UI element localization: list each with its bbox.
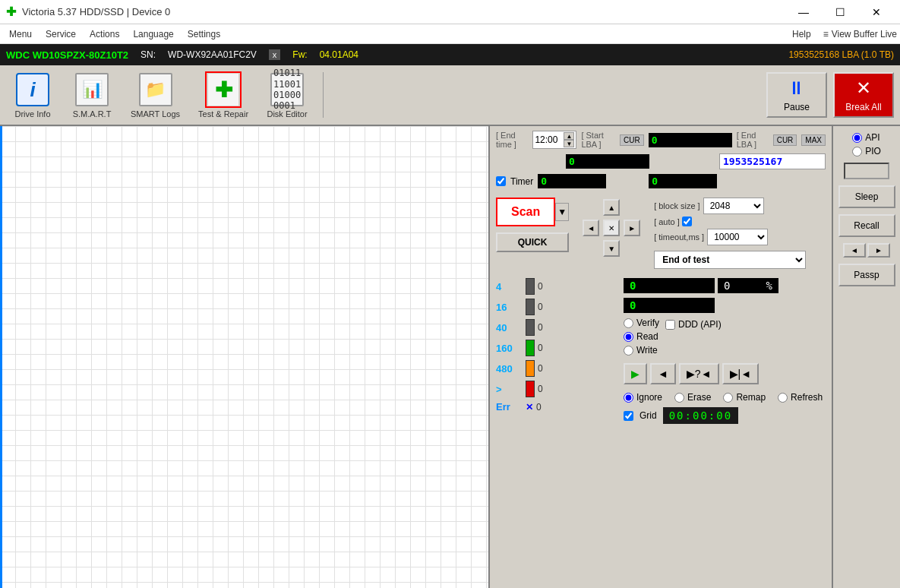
end-time-bracket-open: [ End time ]	[496, 131, 528, 149]
grid-checkbox[interactable]	[624, 411, 633, 421]
scan-button-row: Scan ▼	[496, 198, 569, 226]
nav-center-button[interactable]: ✕	[603, 220, 620, 236]
erase-radio-item: Erase	[674, 392, 711, 403]
menu-settings[interactable]: Settings	[182, 27, 226, 41]
drive-close-button[interactable]: x	[269, 49, 281, 60]
maximize-button[interactable]: ☐	[823, 0, 857, 24]
close-button[interactable]: ✕	[859, 0, 894, 24]
view-buffer-button[interactable]: ≡ View Buffer Live	[823, 29, 897, 40]
stat-4-label: 4	[496, 281, 523, 292]
quick-button[interactable]: QUICK	[496, 232, 569, 252]
start-lba-value[interactable]	[566, 154, 649, 169]
end-time-input[interactable]: ▲ ▼	[532, 131, 576, 149]
disk-editor-button[interactable]: 0101111001010000001 Disk Editor	[261, 68, 314, 122]
minimize-button[interactable]: —	[786, 0, 821, 24]
passp-button[interactable]: Passp	[838, 264, 895, 286]
time-down-arrow[interactable]: ▼	[564, 140, 574, 147]
timer-label: Timer	[510, 176, 533, 187]
read-radio[interactable]	[624, 332, 633, 342]
progress-value-2: 0	[624, 298, 715, 313]
app-title: Victoria 5.37 HDD/SSD | Device 0	[22, 6, 170, 17]
stat-40: 40 0	[496, 319, 617, 336]
pause-icon: ⏸	[788, 77, 806, 99]
lba-values-row	[496, 153, 826, 169]
end-test-select[interactable]: End of test Loop Stop	[654, 251, 806, 269]
mini-btn-left[interactable]: ◄	[843, 243, 866, 258]
smart-label: S.M.A.R.T	[73, 109, 112, 119]
progress-value-1: 0	[624, 278, 715, 293]
stat-160-bar	[526, 340, 535, 356]
lba-top-row: [ End time ] ▲ ▼ [ Start LBA ] CUR [ End…	[496, 131, 826, 149]
ddd-checkbox[interactable]	[665, 320, 675, 330]
end-button[interactable]: ▶|◄	[722, 363, 759, 384]
sleep-button[interactable]: Sleep	[838, 185, 895, 208]
firmware-label: Fw:	[292, 49, 307, 60]
break-all-button[interactable]: ✕ Break All	[833, 72, 894, 118]
menu-help[interactable]: Help	[786, 27, 817, 41]
nav-left-button[interactable]: ◄	[583, 220, 599, 236]
pio-radio[interactable]	[852, 147, 862, 156]
api-pio-group: API PIO	[852, 132, 881, 156]
stat-4: 4 0	[496, 278, 617, 295]
ignore-radio[interactable]	[624, 393, 633, 403]
nav-up-button[interactable]: ▲	[603, 199, 620, 216]
ignore-label: Ignore	[636, 392, 662, 403]
back-button[interactable]: ◄	[650, 363, 676, 384]
write-radio[interactable]	[624, 346, 633, 356]
menu-bar: Menu Service Actions Language Settings H…	[0, 24, 900, 44]
recall-button[interactable]: Recall	[838, 214, 895, 237]
smart-button[interactable]: 📊 S.M.A.R.T	[65, 68, 118, 122]
drive-info-button[interactable]: i Drive Info	[6, 68, 59, 122]
stat-4-value: 0	[538, 281, 543, 292]
write-label: Write	[636, 345, 658, 356]
mini-btn-right[interactable]: ►	[867, 243, 890, 258]
remap-radio[interactable]	[723, 393, 733, 403]
timer-checkbox[interactable]	[496, 176, 506, 186]
remap-radio-item: Remap	[723, 392, 766, 403]
menu-actions[interactable]: Actions	[84, 27, 125, 41]
app-icon: ✚	[6, 5, 16, 19]
api-radio[interactable]	[852, 133, 862, 143]
start-lba-cur-value[interactable]	[649, 133, 732, 147]
timer-start-value[interactable]	[538, 174, 606, 188]
block-size-select[interactable]: 2048 512 1024 4096	[703, 198, 764, 214]
percent-display: 0 %	[718, 278, 778, 293]
nav-down-button[interactable]: ▼	[603, 240, 620, 257]
params-section: [ block size ] 2048 512 1024 4096 [ auto…	[654, 198, 826, 269]
erase-radio[interactable]	[674, 393, 684, 403]
stat-4-bar	[526, 278, 535, 295]
playback-row: ▶ ◄ ▶?◄ ▶|◄	[624, 363, 826, 384]
menu-language[interactable]: Language	[127, 27, 179, 41]
drive-bar: WDC WD10SPZX-80Z10T2 SN: WD-WX92AA01FC2V…	[0, 44, 900, 65]
refresh-radio[interactable]	[778, 393, 788, 403]
time-up-arrow[interactable]: ▲	[564, 132, 574, 140]
end-lba-value[interactable]	[719, 153, 826, 169]
pause-button[interactable]: ⏸ Pause	[766, 72, 827, 118]
skip-button[interactable]: ▶?◄	[679, 363, 719, 384]
menu-menu[interactable]: Menu	[3, 27, 38, 41]
start-lba-cur-button[interactable]: CUR	[620, 134, 644, 146]
end-lba-max-button[interactable]: MAX	[801, 134, 826, 146]
verify-radio[interactable]	[624, 318, 633, 328]
test-repair-button[interactable]: ✚ Test & Repair	[192, 68, 254, 122]
scan-button[interactable]: Scan	[496, 198, 555, 226]
end-lba-cur-button[interactable]: CUR	[773, 134, 797, 146]
stat-gt-label: >	[496, 384, 523, 395]
scan-dropdown-button[interactable]: ▼	[555, 203, 569, 221]
play-button[interactable]: ▶	[624, 363, 647, 384]
end-time-field[interactable]	[535, 134, 564, 145]
stat-16-label: 16	[496, 302, 523, 313]
logs-icon: 📁	[137, 71, 174, 108]
title-bar: ✚ Victoria 5.37 HDD/SSD | Device 0 — ☐ ✕	[0, 0, 900, 24]
disk-editor-icon: 0101111001010000001	[269, 71, 305, 108]
refresh-radio-item: Refresh	[778, 392, 823, 403]
end-lba-bracket: [ End LBA ]	[737, 131, 769, 149]
nav-right-button[interactable]: ►	[624, 220, 640, 236]
auto-checkbox[interactable]	[682, 217, 692, 226]
timeout-select[interactable]: 10000 5000 20000	[707, 229, 768, 245]
diamond-nav: ▲ ◄ ✕ ► ▼	[581, 198, 642, 258]
timer-end-value[interactable]	[649, 174, 717, 188]
smart-logs-button[interactable]: 📁 SMART Logs	[125, 68, 186, 122]
menu-service[interactable]: Service	[39, 27, 82, 41]
scan-position-indicator	[0, 126, 2, 588]
